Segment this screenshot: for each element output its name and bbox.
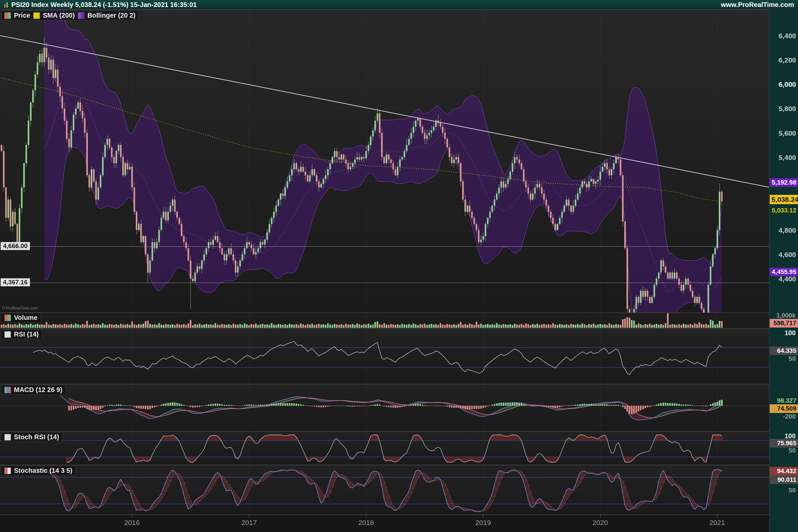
macd-line-value: 98.327	[770, 396, 798, 405]
bollinger-series-icon	[78, 12, 84, 19]
price-axis-tick: 5,800	[778, 105, 796, 113]
time-axis[interactable]: 2016 2017 2018 2019 2020 2021	[0, 515, 769, 532]
chart-title: PSI20 Index Weekly 5,038.24 (-1.51%) 15-…	[11, 1, 197, 8]
price-axis[interactable]: 6,400 6,200 6,000 5,800 5,600 5,400 4,80…	[769, 9, 798, 532]
hline-label-4367[interactable]: 4,367.16	[1, 278, 30, 286]
stochrsi-scale-50: 50	[789, 447, 796, 454]
price-axis-tick: 6,200	[778, 56, 796, 64]
macd-scale-low: -200	[783, 413, 796, 420]
candlestick-icon	[4, 2, 8, 8]
year-label: 2017	[241, 519, 257, 527]
stochastic-scale-50: 50	[789, 487, 796, 494]
volume-value: 598,717	[770, 319, 798, 327]
price-axis-tick: 6,400	[778, 32, 796, 40]
rsi-legend[interactable]: RSI (14)	[1, 329, 42, 339]
stochastic-d-value: 94.432	[770, 467, 798, 475]
prorealtime-chart-window: PSI20 Index Weekly 5,038.24 (-1.51%) 15-…	[0, 0, 798, 532]
price-axis-tick: 4,800	[778, 226, 796, 234]
stochrsi-legend[interactable]: Stoch RSI (14)	[1, 432, 62, 442]
rsi-legend-label: RSI (14)	[14, 330, 39, 338]
volume-scale-label: 1,000k	[776, 312, 796, 319]
volume-legend[interactable]: Volume	[1, 313, 41, 323]
stochastic-legend-label: Stochastic (14 3 5)	[14, 467, 73, 474]
year-label: 2018	[358, 519, 374, 527]
volume-legend-label: Volume	[14, 314, 38, 322]
sma-series-icon	[33, 12, 40, 19]
rsi-value: 64.335	[770, 346, 798, 355]
bollinger-lower-value: 4,455.95	[770, 268, 798, 276]
macd-series-icon	[4, 387, 11, 393]
bollinger-upper-value: 5,192.98	[770, 178, 798, 187]
price-axis-tick: 5,600	[778, 129, 796, 137]
website-link[interactable]: www.ProRealTime.com	[721, 1, 794, 8]
stochrsi-value: 75.965	[770, 439, 798, 448]
stochastic-series-icon	[4, 468, 11, 474]
sma-legend-label: SMA (200)	[43, 12, 75, 19]
price-series-icon	[4, 12, 11, 19]
hline-label-4666[interactable]: 4,666.00	[1, 242, 30, 250]
bollinger-legend-label: Bollinger (20 2)	[88, 12, 135, 19]
stochastic-legend[interactable]: Stochastic (14 3 5)	[1, 466, 76, 475]
price-axis-tick: 6,000	[778, 80, 796, 89]
price-axis-tick: 5,400	[778, 154, 796, 162]
year-label: 2020	[592, 519, 608, 527]
chart-canvas[interactable]	[0, 0, 798, 532]
rsi-scale-100: 100	[785, 329, 796, 337]
title-bar: PSI20 Index Weekly 5,038.24 (-1.51%) 15-…	[0, 0, 798, 9]
sma-value: 5,033.12	[770, 206, 798, 215]
last-price-value: 5,038.24	[770, 195, 798, 204]
year-label: 2021	[709, 519, 725, 527]
year-label: 2019	[475, 519, 491, 527]
watermark: © ProRealTime.com	[2, 306, 38, 310]
rsi-scale-50: 50	[789, 355, 796, 362]
year-label: 2016	[125, 519, 140, 527]
stochrsi-series-icon	[4, 434, 11, 440]
macd-legend-label: MACD (12 26 9)	[14, 386, 62, 394]
stochrsi-legend-label: Stoch RSI (14)	[14, 433, 59, 441]
price-axis-tick: 4,600	[778, 251, 796, 259]
price-legend-label: Price	[14, 12, 30, 19]
price-legend[interactable]: Price SMA (200) Bollinger (20 2)	[1, 11, 139, 20]
stochastic-k-value: 90.011	[770, 475, 798, 484]
macd-signal-value: 74.509	[770, 404, 798, 413]
rsi-series-icon	[4, 331, 11, 338]
volume-series-icon	[4, 315, 11, 321]
macd-legend[interactable]: MACD (12 26 9)	[1, 385, 66, 395]
